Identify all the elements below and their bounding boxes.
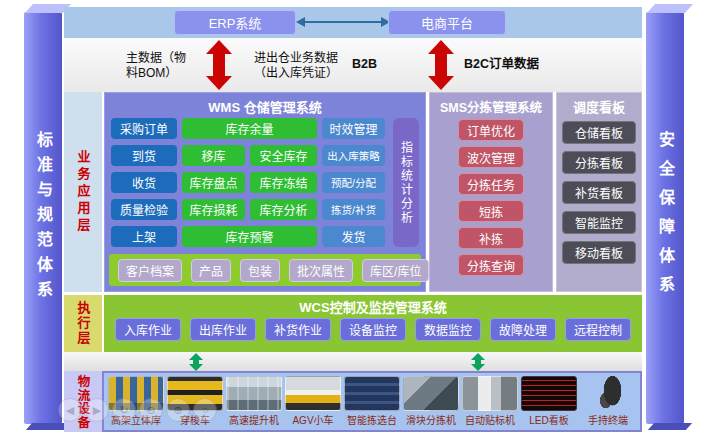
wcs-item: 故障处理 — [490, 318, 556, 341]
ecommerce-platform-box: 电商平台 — [388, 10, 506, 35]
equipment-item: 滑块分拣机 — [403, 376, 459, 427]
ecommerce-sms-arrow-icon — [428, 40, 454, 90]
zoom-out-icon[interactable]: ⊖ — [139, 398, 163, 422]
wms-cell: 出入库策略 — [322, 145, 385, 166]
sms-title: SMS分拣管理系统 — [430, 93, 552, 115]
wms-cell: 库存冻结 — [250, 172, 317, 193]
wcs-equipment-arrow-icon — [189, 353, 203, 371]
labeler-photo — [462, 376, 518, 411]
sms-item: 补拣 — [458, 227, 524, 249]
wms-cell: 发货 — [322, 226, 385, 247]
dashboard-item: 移动看板 — [562, 241, 636, 264]
wms-cell: 质量检验 — [111, 199, 177, 220]
wms-cell: 预配/分配 — [322, 172, 385, 193]
next-icon[interactable]: ▶ — [85, 398, 109, 422]
wms-base-item: 批次属性 — [289, 259, 353, 282]
wcs-item: 设备监控 — [340, 318, 406, 341]
b2b-label: B2B — [352, 57, 377, 72]
sms-item: 分拣查询 — [458, 254, 524, 276]
wms-cell: 安全库存 — [250, 145, 317, 166]
equipment-caption: 智能拣选台 — [347, 412, 397, 427]
wms-base-item: 客户档案 — [118, 259, 182, 282]
security-pillar: 安全保障体系 — [646, 12, 684, 424]
dashboard-title: 调度看板 — [557, 93, 641, 115]
security-pillar-label: 安全保障体系 — [653, 131, 677, 305]
warehouse-data-line2: （出入库凭证） — [254, 66, 338, 81]
wcs-panel: WCS控制及监控管理系统 入库作业 出库作业 补货作业 设备监控 数据监控 故障… — [104, 295, 642, 352]
wcs-item: 远程控制 — [565, 318, 631, 341]
wms-base-item: 包装 — [240, 259, 280, 282]
equipment-item: 自动贴标机 — [462, 376, 518, 427]
wms-cell: 库存盘点 — [182, 172, 245, 193]
wms-cell: 库存分析 — [250, 199, 317, 220]
equipment-caption: 高速提升机 — [229, 412, 279, 427]
wms-stat-box: 指标统计分析 — [393, 118, 419, 247]
reset-icon[interactable]: ○ — [193, 398, 217, 422]
dashboard-item: 仓储看板 — [562, 121, 636, 144]
erp-ecommerce-arrow — [304, 21, 382, 23]
wms-panel: WMS 仓储管理系统 采购订单 库存余量 时效管理 到货 移库 安全库存 出入库… — [104, 92, 426, 292]
wms-cell: 采购订单 — [111, 118, 177, 139]
handheld-terminal-photo — [580, 376, 636, 411]
equipment-caption: 滑块分拣机 — [406, 412, 456, 427]
agv-photo — [285, 376, 341, 411]
sms-item: 分拣任务 — [458, 173, 524, 195]
equipment-caption: LED看板 — [529, 412, 568, 427]
rotate-icon[interactable]: ↻ — [112, 398, 136, 422]
wms-cell: 时效管理 — [322, 118, 385, 139]
picking-station-photo — [344, 376, 400, 411]
wms-cell: 移库 — [182, 145, 245, 166]
wms-cell: 收货 — [111, 172, 177, 193]
wcs-item: 出库作业 — [190, 318, 256, 341]
data-flow-strip: 主数据（物 料BOM） 进出仓业务数据 （出入库凭证） B2B B2C订单数据 — [64, 38, 642, 92]
wms-grid: 采购订单 库存余量 时效管理 到货 移库 安全库存 出入库策略 收货 库存盘点 … — [111, 118, 419, 247]
warehouse-data-line1: 进出仓业务数据 — [254, 51, 338, 66]
wms-master-data-strip: 客户档案 产品 包装 批次属性 库区/库位 — [109, 254, 421, 286]
warehouse-data-label: 进出仓业务数据 （出入库凭证） — [254, 51, 338, 81]
standards-pillar-label: 标准与规范体系 — [31, 131, 55, 306]
master-data-line1: 主数据（物 — [126, 51, 186, 66]
wcs-equipment-arrow-icon — [471, 353, 485, 371]
master-data-line2: 料BOM） — [126, 66, 186, 81]
wms-cell: 库存余量 — [182, 118, 317, 139]
equipment-item: LED看板 — [521, 376, 577, 427]
lifter-photo — [226, 376, 282, 411]
equipment-caption: 自动贴标机 — [465, 412, 515, 427]
equipment-item: AGV小车 — [285, 376, 341, 427]
slider-sorter-photo — [403, 376, 459, 411]
wms-base-item: 库区/库位 — [362, 259, 429, 282]
wcs-item: 补货作业 — [265, 318, 331, 341]
execution-layer-label: 执行层 — [64, 295, 102, 352]
wms-cell: 上架 — [111, 226, 177, 247]
wms-cell: 拣货/补货 — [322, 199, 385, 220]
standards-pillar: 标准与规范体系 — [24, 12, 62, 424]
erp-wms-arrow-icon — [206, 40, 232, 90]
equipment-item: 智能拣选台 — [344, 376, 400, 427]
dashboard-item: 补货看板 — [562, 181, 636, 204]
b2c-label: B2C订单数据 — [464, 57, 539, 72]
wcs-item: 入库作业 — [115, 318, 181, 341]
viewer-controls: ◀ ▶ ↻ ⊖ ⊕ ○ — [58, 398, 217, 422]
led-board-photo — [521, 376, 577, 411]
wms-cell: 到货 — [111, 145, 177, 166]
dashboard-item: 分拣看板 — [562, 151, 636, 174]
architecture-diagram: 标准与规范体系 安全保障体系 ERP系统 电商平台 主数据（物 料BOM） 进出… — [0, 0, 703, 440]
prev-icon[interactable]: ◀ — [58, 398, 82, 422]
business-layer-label: 业务应用层 — [64, 92, 102, 292]
external-systems-banner: ERP系统 电商平台 — [64, 7, 642, 38]
zoom-in-icon[interactable]: ⊕ — [166, 398, 190, 422]
equipment-item: 高速提升机 — [226, 376, 282, 427]
sms-item: 短拣 — [458, 200, 524, 222]
sms-item: 订单优化 — [458, 119, 524, 141]
sms-item: 波次管理 — [458, 146, 524, 168]
wcs-equipment-gap — [64, 352, 642, 371]
wms-cell: 库存损耗 — [182, 199, 245, 220]
wms-title: WMS 仓储管理系统 — [105, 93, 425, 115]
dashboard-panel: 调度看板 仓储看板 分拣看板 补货看板 智能监控 移动看板 — [556, 92, 642, 292]
erp-system-box: ERP系统 — [174, 10, 296, 35]
master-data-label: 主数据（物 料BOM） — [126, 51, 186, 81]
wcs-title: WCS控制及监控管理系统 — [104, 295, 642, 314]
sms-panel: SMS分拣管理系统 订单优化 波次管理 分拣任务 短拣 补拣 分拣查询 — [429, 92, 553, 292]
dashboard-item: 智能监控 — [562, 211, 636, 234]
wms-base-item: 产品 — [191, 259, 231, 282]
